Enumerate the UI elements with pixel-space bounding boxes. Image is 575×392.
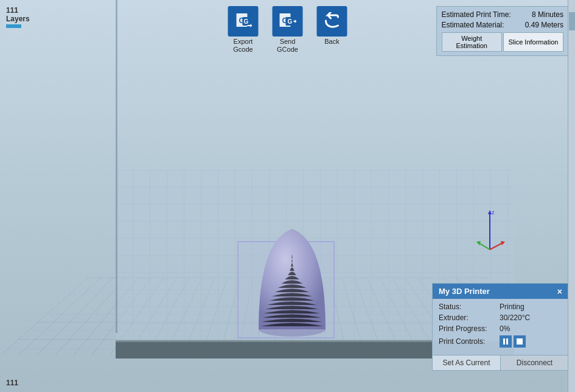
toolbar: G G ExportGcode G G <box>223 6 352 54</box>
print-progress-row: Print Progress: 0% <box>439 324 562 333</box>
viewport: z 111 Layers 111 G G <box>0 0 575 392</box>
export-gcode-icon: G G <box>228 6 259 37</box>
stop-icon <box>516 338 523 345</box>
extruder-row: Extruder: 30/220°C <box>439 313 562 322</box>
print-controls-label: Print Controls: <box>439 337 500 346</box>
back-label: Back <box>324 38 339 46</box>
info-buttons: Weight Estimation Slice Information <box>442 32 563 52</box>
printer-panel-title: My 3D Printer <box>439 287 490 296</box>
status-row: Status: Printing <box>439 303 562 311</box>
printer-panel-body: Status: Printing Extruder: 30/220°C Prin… <box>433 299 568 354</box>
estimated-print-time-label: Estimated Print Time: <box>442 10 511 19</box>
set-as-current-button[interactable]: Set As Current <box>433 355 501 370</box>
svg-text:G: G <box>244 18 249 25</box>
extruder-value: 30/220°C <box>500 313 530 322</box>
status-label: Status: <box>439 303 500 311</box>
export-gcode-button[interactable]: G G ExportGcode <box>223 6 263 54</box>
disconnect-button[interactable]: Disconnect <box>501 355 568 370</box>
back-icon-svg <box>323 12 341 30</box>
export-gcode-label: ExportGcode <box>233 38 253 54</box>
send-gcode-label: SendGCode <box>277 38 298 54</box>
estimated-material-value: 0.49 Meters <box>525 21 563 29</box>
back-icon <box>317 6 347 37</box>
status-value: Printing <box>500 303 524 311</box>
3d-object <box>253 223 332 338</box>
send-gcode-button[interactable]: G G SendGCode <box>268 6 307 54</box>
scrollbar-thumb[interactable] <box>569 12 575 30</box>
pause-button[interactable] <box>500 335 512 348</box>
estimated-material-row: Estimated Material: 0.49 Meters <box>442 21 563 29</box>
vertical-scrollbar[interactable] <box>568 0 575 392</box>
layer-number-bottom: 111 <box>6 379 18 387</box>
wall-left <box>116 0 117 333</box>
stop-button[interactable] <box>514 335 526 348</box>
printer-panel-close-button[interactable]: × <box>557 287 562 296</box>
pause-icon <box>502 338 509 345</box>
svg-rect-21 <box>506 338 508 345</box>
estimated-print-time-row: Estimated Print Time: 8 Minutes <box>442 10 563 19</box>
export-icon-svg: G G <box>234 12 253 30</box>
svg-marker-5 <box>501 241 505 245</box>
print-progress-value: 0% <box>500 324 510 333</box>
svg-marker-13 <box>251 24 253 27</box>
extruder-label: Extruder: <box>439 313 500 322</box>
layer-label: Layers <box>6 15 30 23</box>
weight-estimation-button[interactable]: Weight Estimation <box>442 32 502 52</box>
print-progress-label: Print Progress: <box>439 324 500 333</box>
print-controls-row: Print Controls: <box>439 335 562 348</box>
axes-indicator: z <box>475 207 505 256</box>
layer-indicator: 111 Layers <box>6 6 30 28</box>
printer-panel-header: My 3D Printer × <box>433 284 568 299</box>
layer-count: 111 <box>6 6 30 15</box>
svg-marker-7 <box>476 241 481 245</box>
printer-panel: My 3D Printer × Status: Printing Extrude… <box>432 283 569 371</box>
estimated-print-time-value: 8 Minutes <box>532 10 563 19</box>
svg-text:z: z <box>492 209 495 215</box>
back-button[interactable]: Back <box>312 6 352 46</box>
svg-text:G: G <box>288 18 293 25</box>
send-gcode-icon: G G <box>273 6 303 37</box>
info-panel: Estimated Print Time: 8 Minutes Estimate… <box>436 6 569 56</box>
svg-rect-20 <box>503 338 505 345</box>
svg-marker-19 <box>295 19 297 23</box>
svg-rect-22 <box>517 338 523 345</box>
send-icon-svg: G G <box>279 12 297 30</box>
slice-information-button[interactable]: Slice Information <box>503 32 563 52</box>
estimated-material-label: Estimated Material: <box>442 21 504 29</box>
printer-panel-footer: Set As Current Disconnect <box>433 355 568 370</box>
layer-bar <box>6 24 21 28</box>
